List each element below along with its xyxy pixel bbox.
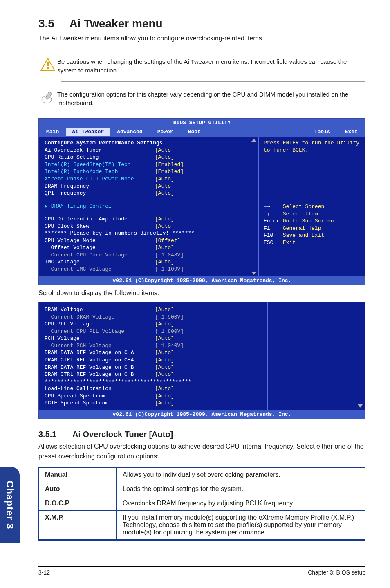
option-desc: Loads the optimal settings for the syste… — [117, 482, 365, 496]
bios-setting-value: [Auto] — [155, 258, 174, 266]
divider — [61, 110, 365, 110]
bios-screenshot-1: BIOS SETUP UTILITY MainAi TweakerAdvance… — [38, 118, 365, 285]
heading-number: 3.5 — [38, 17, 54, 30]
bios-tab: Tools — [307, 128, 338, 137]
bios-right-panel: Press ENTER to run the utility to Tuner … — [259, 137, 365, 276]
bios-setting-label: Intel(R) SpeedStep(TM) Tech — [45, 161, 155, 168]
bios-setting-label: Current DRAM Voltage — [45, 314, 155, 321]
bios-setting-value: [Auto] — [155, 335, 174, 342]
bios-setting-row: CPU Differential Amplitude[Auto] — [45, 215, 254, 223]
bios-tab: Exit — [338, 128, 365, 137]
bios-setting-row: Current IMC Voltage[ 1.109V] — [45, 266, 254, 273]
subsection-desc: Allows selection of CPU overclocking opt… — [38, 442, 365, 460]
warning-text: Be cautious when changing the settings o… — [57, 56, 365, 74]
bios-setting-value: [Auto] — [155, 306, 174, 314]
bios-left-panel: Configure System Performance Settings Ai… — [39, 137, 259, 276]
bios-setting-label: CPU Clock Skew — [45, 223, 155, 230]
bios-setting-value: [Auto] — [155, 183, 174, 190]
bios-setting-value: [Offset] — [155, 237, 180, 245]
option-name: Manual — [39, 467, 117, 482]
heading-title: Ai Tweaker menu — [69, 17, 162, 30]
bios-setting-label: Current CPU Core Voltage — [45, 251, 155, 259]
chapter-side-tab: Chapter 3 — [0, 467, 20, 543]
bios-setting-value: [ 1.800V] — [155, 328, 184, 335]
bios-setting-row: Offset Voltage[Auto] — [45, 244, 254, 251]
bios-setting-row: CPU Clock Skew[Auto] — [45, 223, 254, 230]
page-footer: 3-12 Chapter 3: BIOS setup — [38, 566, 365, 576]
bios-setting-row: DRAM Frequency[Auto] — [45, 183, 254, 190]
bios-setting-value: [Auto] — [155, 215, 174, 223]
bios-setting-label: CPU Voltage Mode — [45, 237, 155, 245]
bios-screenshot-2: DRAM Voltage[Auto] Current DRAM Voltage[… — [38, 302, 365, 419]
subsection-heading: 3.5.1 Ai Overclock Tuner [Auto] — [38, 430, 365, 439]
bios-setting-row: QPI Frequency[Auto] — [45, 190, 254, 197]
chapter-side-tab-label: Chapter 3 — [4, 480, 16, 530]
bios-setting-value: [Auto] — [155, 190, 174, 197]
options-table: ManualAllows you to individually set ove… — [38, 467, 365, 541]
table-row: AutoLoads the optimal settings for the s… — [39, 482, 365, 496]
scroll-note: Scroll down to display the following ite… — [38, 290, 365, 297]
bios-setting-value: [Auto] — [155, 357, 174, 364]
bios-nav-line: ESC Exit — [264, 239, 361, 247]
bios-help-text: Press ENTER to run the utility to Tuner … — [264, 139, 361, 200]
bios-setting-label: ▶ DRAM Timing Control — [45, 203, 155, 210]
bios-setting-value: [Enabled] — [155, 168, 184, 175]
bios-nav-line: F1 General Help — [264, 225, 361, 232]
bios-tab: Power — [150, 128, 181, 137]
bios-title: BIOS SETUP UTILITY — [39, 119, 365, 128]
bios-setting-row: ******* Please key in numbers directly! … — [45, 230, 254, 237]
scroll-down-icon — [251, 272, 256, 275]
bios-setting-label: DRAM Frequency — [45, 183, 155, 190]
bios-footer: v02.61 (C)Copyright 1985-2009, American … — [39, 276, 365, 285]
warning-icon — [38, 56, 57, 73]
bios-setting-value: [Enabled] — [155, 161, 184, 168]
table-row: X.M.P.If you install memory module(s) su… — [39, 510, 365, 540]
note-text: The configuration options for this chapt… — [57, 89, 365, 107]
intro-paragraph: The Ai Tweaker menu items allow you to c… — [38, 34, 365, 43]
bios-setting-value: [Auto] — [155, 244, 174, 251]
bios-setting-value: [ 1.048V] — [155, 251, 184, 259]
page-heading: 3.5 Ai Tweaker menu — [38, 17, 365, 30]
bios-setting-label: Intel(R) TurboMode Tech — [45, 168, 155, 175]
bios-setting-label: DRAM DATA REF Voltage on CHA — [45, 349, 155, 357]
bios-setting-row: IMC Voltage[Auto] — [45, 258, 254, 266]
option-desc: If you install memory module(s) supporti… — [117, 510, 365, 540]
bios-setting-row: Ai Overclock Tuner[Auto] — [45, 147, 254, 154]
bios-tab: Main — [39, 128, 66, 137]
bios-setting-label: Xtreme Phase Full Power Mode — [45, 175, 155, 183]
bios-nav-line: ↑↓ Select Item — [264, 211, 361, 218]
bios-setting-value: [Auto] — [155, 393, 174, 400]
option-desc: Allows you to individually set overclock… — [117, 467, 365, 482]
bios-setting-value: [Auto] — [155, 321, 174, 328]
bios-left-panel: DRAM Voltage[Auto] Current DRAM Voltage[… — [39, 302, 365, 410]
bios-tab: Advanced — [110, 128, 150, 137]
bios-setting-label: CPU PLL Voltage — [45, 321, 155, 328]
bios-setting-label: CPU Ratio Setting — [45, 154, 155, 161]
bios-setting-value: [Auto] — [155, 371, 174, 378]
bios-nav-line: ←→ Select Screen — [264, 203, 361, 211]
bios-setting-label: QPI Frequency — [45, 190, 155, 197]
bios-right-panel — [267, 302, 365, 410]
option-name: Auto — [39, 482, 117, 496]
bios-setting-label: Current PCH Voltage — [45, 342, 155, 350]
bios-setting-label: IMC Voltage — [45, 258, 155, 266]
bios-setting-value: [Auto] — [155, 385, 174, 393]
table-row: D.O.C.POverclocks DRAM frequency by adju… — [39, 496, 365, 510]
bios-setting-value: [Auto] — [155, 399, 174, 407]
bios-nav-keys: ←→ Select Screen↑↓ Select ItemEnter Go t… — [264, 203, 361, 246]
bios-nav-line: F10 Save and Exit — [264, 232, 361, 239]
scroll-down-icon — [358, 404, 363, 408]
bios-setting-label: Current CPU PLL Voltage — [45, 328, 155, 335]
bios-setting-label: Load-Line Calibration — [45, 385, 155, 393]
bios-setting-row: CPU Voltage Mode[Offset] — [45, 237, 254, 245]
bios-setting-label: PCIE Spread Spectrum — [45, 399, 155, 407]
bios-setting-label: DRAM Voltage — [45, 306, 155, 314]
bios-setting-row: Current CPU Core Voltage[ 1.048V] — [45, 251, 254, 259]
pen-icon — [38, 89, 57, 105]
option-desc: Overclocks DRAM frequency by adjusting B… — [117, 496, 365, 510]
bios-setting-row: CPU Ratio Setting[Auto] — [45, 154, 254, 161]
bios-setting-value: [Auto] — [155, 364, 174, 371]
bios-footer: v02.61 (C)Copyright 1985-2009, American … — [39, 410, 365, 419]
warning-callout: Be cautious when changing the settings o… — [38, 56, 365, 74]
bios-setting-value: [Auto] — [155, 147, 174, 154]
